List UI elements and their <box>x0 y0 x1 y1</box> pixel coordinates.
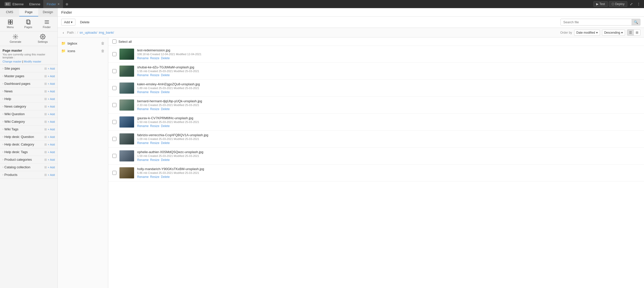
file-checkbox[interactable] <box>112 69 116 73</box>
back-button[interactable]: ‹ <box>61 30 66 35</box>
resize-link[interactable]: Resize <box>150 107 159 111</box>
resize-link[interactable]: Resize <box>150 56 159 60</box>
folder-delete-button[interactable]: 🗑 <box>101 41 105 45</box>
nav-add-link[interactable]: + Add <box>48 120 55 123</box>
sidebar-nav-item[interactable]: › Help desk: Tags ⊞ + Add <box>0 148 57 156</box>
nav-add-link[interactable]: + Add <box>48 166 55 169</box>
folder-item[interactable]: 📁 icons 🗑 <box>58 47 108 55</box>
nav-add-link[interactable]: + Add <box>48 135 55 138</box>
rename-link[interactable]: Rename <box>137 56 149 60</box>
resize-link[interactable]: Resize <box>150 73 159 77</box>
nav-add-link[interactable]: + Add <box>48 97 55 100</box>
menu-icon-button[interactable]: Menu <box>7 19 14 29</box>
sidebar-nav-item[interactable]: › Dashboard pages ⊞ + Add <box>0 80 57 88</box>
delete-link[interactable]: Delete <box>161 107 170 111</box>
generate-icon-button[interactable]: Generate <box>10 34 21 43</box>
pages-icon-button[interactable]: Pages <box>24 19 32 29</box>
rename-link[interactable]: Rename <box>137 107 149 111</box>
folder-delete-button[interactable]: 🗑 <box>101 49 105 53</box>
file-checkbox[interactable] <box>112 103 116 107</box>
tab-design[interactable]: Design <box>38 8 57 16</box>
nav-add-link[interactable]: + Add <box>48 67 55 70</box>
finder-add-button[interactable]: Add ▾ <box>61 19 75 26</box>
resize-link[interactable]: Resize <box>150 90 159 94</box>
file-checkbox[interactable] <box>112 120 116 124</box>
change-master-link[interactable]: Change master <box>3 60 22 63</box>
nav-add-link[interactable]: + Add <box>48 82 55 85</box>
path-sn-uploads[interactable]: sn_uploads/ <box>79 31 97 34</box>
sidebar-nav-item[interactable]: › News category ⊞ + Add <box>0 103 57 110</box>
sidebar-nav-item[interactable]: › Help desk: Category ⊞ + Add <box>0 141 57 148</box>
deploy-button[interactable]: ⬡ Deploy <box>609 1 627 7</box>
close-tab-icon[interactable]: ✕ <box>57 3 60 6</box>
rename-link[interactable]: Rename <box>137 158 149 162</box>
file-checkbox[interactable] <box>112 171 116 175</box>
grid-view-button[interactable]: ⊞ <box>634 30 640 35</box>
nav-item-label: Catalog collection <box>4 165 43 169</box>
sort-field-button[interactable]: Date modified ▾ <box>574 30 600 36</box>
test-button[interactable]: ▶ Test <box>593 1 608 7</box>
sidebar-nav-item[interactable]: › Catalog collection ⊞ + Add <box>0 163 57 171</box>
nav-add-link[interactable]: + Add <box>48 151 55 154</box>
tab-cms[interactable]: CMS <box>0 8 19 16</box>
delete-link[interactable]: Delete <box>161 124 170 128</box>
tab-finder[interactable]: Finder ✕ <box>44 0 63 8</box>
sidebar-nav-item[interactable]: › Product categories ⊞ + Add <box>0 156 57 163</box>
resize-link[interactable]: Resize <box>150 158 159 162</box>
add-tab-button[interactable]: ⊕ <box>63 0 71 8</box>
finder-delete-button[interactable]: Delete <box>78 19 92 25</box>
view-toggle: ☰ ⊞ <box>627 29 640 36</box>
sidebar-nav-item[interactable]: › Products ⊞ + Add <box>0 171 57 179</box>
delete-link[interactable]: Delete <box>161 141 170 145</box>
delete-link[interactable]: Delete <box>161 56 170 60</box>
folder-item[interactable]: 📁 bigbox 🗑 <box>58 39 108 47</box>
delete-link[interactable]: Delete <box>161 73 170 77</box>
delete-link[interactable]: Delete <box>161 175 170 179</box>
sidebar-nav-item[interactable]: › News ⊞ + Add <box>0 88 57 95</box>
tab-etienne[interactable]: Etienne <box>26 0 44 8</box>
tab-page[interactable]: Page <box>19 8 38 16</box>
finder-icon-button[interactable]: Finder <box>43 19 51 29</box>
sidebar-nav-item[interactable]: › Wiki Category ⊞ + Add <box>0 118 57 126</box>
nav-add-link[interactable]: + Add <box>48 173 55 176</box>
sidebar-nav-item[interactable]: › Help ⊞ + Add <box>0 95 57 103</box>
rename-link[interactable]: Rename <box>137 175 149 179</box>
sidebar-nav-item[interactable]: › Site pages ⊞ + Add <box>0 65 57 72</box>
delete-link[interactable]: Delete <box>161 90 170 94</box>
nav-arrow-icon: › <box>3 128 3 131</box>
rename-link[interactable]: Rename <box>137 90 149 94</box>
rename-link[interactable]: Rename <box>137 141 149 145</box>
search-input[interactable] <box>561 19 632 25</box>
sidebar-nav-item[interactable]: › Help desk: Question ⊞ + Add <box>0 133 57 141</box>
svg-rect-3 <box>11 22 12 24</box>
delete-link[interactable]: Delete <box>161 158 170 162</box>
expand-icon[interactable]: ⤢ <box>628 2 634 6</box>
nav-add-link[interactable]: + Add <box>48 75 55 78</box>
nav-add-link[interactable]: + Add <box>48 105 55 108</box>
sort-direction-button[interactable]: Descending ▾ <box>602 30 625 36</box>
rename-link[interactable]: Rename <box>137 73 149 77</box>
nav-add-link[interactable]: + Add <box>48 113 55 116</box>
path-img-bank[interactable]: img_bank/ <box>99 31 114 34</box>
more-options-icon[interactable]: ⋮ <box>635 2 642 6</box>
resize-link[interactable]: Resize <box>150 124 159 128</box>
file-checkbox[interactable] <box>112 137 116 141</box>
resize-link[interactable]: Resize <box>150 175 159 179</box>
nav-add-link[interactable]: + Add <box>48 90 55 93</box>
nav-add-link[interactable]: + Add <box>48 143 55 146</box>
file-checkbox[interactable] <box>112 86 116 90</box>
select-all-checkbox[interactable] <box>112 39 116 44</box>
settings-icon-button[interactable]: Settings <box>38 34 48 43</box>
rename-link[interactable]: Rename <box>137 124 149 128</box>
modify-master-link[interactable]: Modify master <box>24 60 41 63</box>
sidebar-nav-item[interactable]: › Wiki Question ⊞ + Add <box>0 110 57 118</box>
sidebar-nav-item[interactable]: › Wiki Tags ⊞ + Add <box>0 126 57 133</box>
nav-add-link[interactable]: + Add <box>48 128 55 131</box>
search-button[interactable]: 🔍 <box>632 19 640 25</box>
nav-add-link[interactable]: + Add <box>48 158 55 161</box>
resize-link[interactable]: Resize <box>150 141 159 145</box>
file-checkbox[interactable] <box>112 154 116 158</box>
list-view-button[interactable]: ☰ <box>627 30 634 35</box>
sidebar-nav-item[interactable]: › Master pages ⊞ + Add <box>0 72 57 80</box>
file-checkbox[interactable] <box>112 52 116 56</box>
